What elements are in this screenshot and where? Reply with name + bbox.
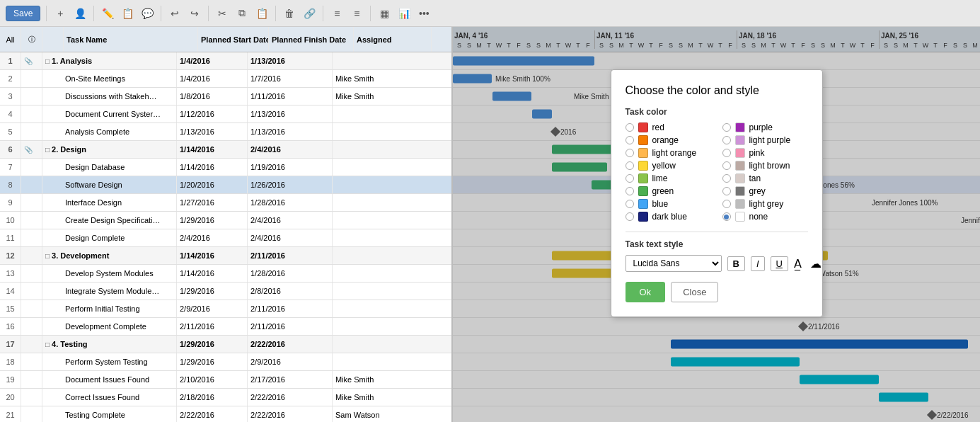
color-radio[interactable] bbox=[722, 187, 731, 195]
color-radio[interactable] bbox=[722, 123, 731, 132]
color-option-light_brown[interactable]: light brown bbox=[722, 161, 808, 171]
table-row[interactable]: 15 Perform Initial Testing 2/9/2016 2/11… bbox=[0, 300, 451, 318]
row-task-name[interactable]: Correct Issues Found bbox=[42, 389, 177, 406]
table-row[interactable]: 18 Perform System Testing 1/29/2016 2/9/… bbox=[0, 353, 451, 371]
row-task-name[interactable]: Development Complete bbox=[42, 318, 177, 335]
color-radio[interactable] bbox=[626, 212, 634, 221]
row-task-name[interactable]: □2. Design bbox=[42, 141, 177, 158]
bold-button[interactable]: B bbox=[727, 256, 745, 271]
color-option-purple[interactable]: purple bbox=[722, 122, 808, 132]
row-task-name[interactable]: Perform System Testing bbox=[42, 353, 177, 370]
color-radio[interactable] bbox=[722, 149, 731, 157]
color-option-dark_blue[interactable]: dark blue bbox=[626, 212, 711, 222]
row-task-name[interactable]: Analysis Complete bbox=[42, 123, 177, 140]
table-row[interactable]: 17 □4. Testing 1/29/2016 2/22/2016 bbox=[0, 336, 451, 353]
color-option-red[interactable]: red bbox=[626, 122, 711, 132]
highlight-icon[interactable]: ☁ bbox=[810, 257, 822, 270]
table-row[interactable]: 1 📎 □1. Analysis 1/4/2016 1/13/2016 bbox=[0, 52, 451, 70]
close-button[interactable]: Close bbox=[671, 282, 718, 302]
list-icon[interactable]: ≡ bbox=[329, 6, 345, 21]
delete-icon[interactable]: 🗑 bbox=[282, 6, 297, 21]
color-option-none[interactable]: none bbox=[722, 212, 808, 222]
copy-icon[interactable]: ⧉ bbox=[234, 6, 250, 21]
text-color-icon[interactable]: A̲ bbox=[794, 257, 802, 270]
undo-icon[interactable]: ↩ bbox=[167, 6, 183, 21]
comment-icon[interactable]: 💬 bbox=[139, 6, 155, 21]
link-icon[interactable]: 🔗 bbox=[301, 6, 317, 21]
row-task-name[interactable]: Design Database bbox=[42, 159, 177, 176]
ok-button[interactable]: Ok bbox=[626, 282, 666, 302]
cut-icon[interactable]: ✂ bbox=[214, 6, 230, 21]
table-row[interactable]: 5 Analysis Complete 1/13/2016 1/13/2016 bbox=[0, 123, 451, 141]
color-radio[interactable] bbox=[722, 136, 731, 144]
row-task-name[interactable]: Discussions with Stakeh… bbox=[42, 88, 177, 105]
row-task-name[interactable]: □3. Development bbox=[42, 247, 177, 264]
table-row[interactable]: 13 Develop System Modules 1/14/2016 1/28… bbox=[0, 265, 451, 283]
table-row[interactable]: 19 Document Issues Found 2/10/2016 2/17/… bbox=[0, 371, 451, 389]
table-row[interactable]: 3 Discussions with Stakeh… 1/8/2016 1/11… bbox=[0, 88, 451, 106]
color-radio[interactable] bbox=[626, 174, 634, 183]
row-task-name[interactable]: Integrate System Module… bbox=[42, 283, 177, 300]
color-radio[interactable] bbox=[722, 174, 731, 183]
table-row[interactable]: 12 □3. Development 1/14/2016 2/11/2016 bbox=[0, 247, 451, 265]
row-task-name[interactable]: On-Site Meetings bbox=[42, 70, 177, 87]
row-task-name[interactable]: Document Issues Found bbox=[42, 371, 177, 388]
table-row[interactable]: 20 Correct Issues Found 2/18/2016 2/22/2… bbox=[0, 389, 451, 406]
table-row[interactable]: 8 Software Design 1/20/2016 1/26/2016 bbox=[0, 176, 451, 194]
row-task-name[interactable]: Software Design bbox=[42, 176, 177, 193]
color-option-lime[interactable]: lime bbox=[626, 173, 711, 183]
color-option-blue[interactable]: blue bbox=[626, 199, 711, 209]
color-option-yellow[interactable]: yellow bbox=[626, 161, 711, 171]
table-row[interactable]: 6 📎 □2. Design 1/14/2016 2/4/2016 bbox=[0, 141, 451, 159]
header-all[interactable]: All bbox=[0, 27, 21, 52]
table-row[interactable]: 11 Design Complete 2/4/2016 2/4/2016 bbox=[0, 229, 451, 247]
redo-icon[interactable]: ↪ bbox=[187, 6, 202, 21]
table-row[interactable]: 4 Document Current Syster… 1/12/2016 1/1… bbox=[0, 106, 451, 123]
more-icon[interactable]: ••• bbox=[416, 6, 432, 21]
color-option-tan[interactable]: tan bbox=[722, 173, 808, 183]
chart-icon[interactable]: 📊 bbox=[396, 6, 412, 21]
color-radio[interactable] bbox=[722, 200, 731, 208]
grid-icon[interactable]: ▦ bbox=[376, 6, 392, 21]
table-row[interactable]: 7 Design Database 1/14/2016 1/19/2016 bbox=[0, 159, 451, 176]
color-option-light_grey[interactable]: light grey bbox=[722, 199, 808, 209]
table-row[interactable]: 21 Testing Complete 2/22/2016 2/22/2016 … bbox=[0, 406, 451, 422]
row-task-name[interactable]: Create Design Specificati… bbox=[42, 212, 177, 229]
color-radio[interactable] bbox=[626, 161, 634, 170]
user-icon[interactable]: 👤 bbox=[72, 6, 88, 21]
color-option-pink[interactable]: pink bbox=[722, 148, 808, 158]
row-task-name[interactable]: Develop System Modules bbox=[42, 265, 177, 282]
row-task-name[interactable]: □4. Testing bbox=[42, 336, 177, 353]
save-button[interactable]: Save bbox=[6, 6, 40, 21]
color-option-light_orange[interactable]: light orange bbox=[626, 148, 711, 158]
indent-icon[interactable]: ≡ bbox=[349, 6, 364, 21]
color-option-orange[interactable]: orange bbox=[626, 135, 711, 145]
table-row[interactable]: 16 Development Complete 2/11/2016 2/11/2… bbox=[0, 318, 451, 336]
color-option-grey[interactable]: grey bbox=[722, 186, 808, 196]
row-task-name[interactable]: Design Complete bbox=[42, 229, 177, 246]
note-icon[interactable]: 📋 bbox=[120, 6, 135, 21]
row-task-name[interactable]: Testing Complete bbox=[42, 406, 177, 422]
paste-icon[interactable]: 📋 bbox=[254, 6, 270, 21]
pencil-icon[interactable]: ✏️ bbox=[100, 6, 115, 21]
color-radio[interactable] bbox=[626, 200, 634, 208]
underline-button[interactable]: U bbox=[771, 256, 788, 271]
table-row[interactable]: 10 Create Design Specificati… 1/29/2016 … bbox=[0, 212, 451, 229]
color-radio[interactable] bbox=[722, 212, 731, 221]
color-option-light_purple[interactable]: light purple bbox=[722, 135, 808, 145]
row-task-name[interactable]: Perform Initial Testing bbox=[42, 300, 177, 317]
color-radio[interactable] bbox=[626, 123, 634, 132]
italic-button[interactable]: I bbox=[751, 256, 765, 271]
color-radio[interactable] bbox=[626, 187, 634, 195]
table-row[interactable]: 2 On-Site Meetings 1/4/2016 1/7/2016 Mik… bbox=[0, 70, 451, 88]
table-row[interactable]: 9 Interface Design 1/27/2016 1/28/2016 bbox=[0, 194, 451, 212]
row-task-name[interactable]: □1. Analysis bbox=[42, 52, 177, 69]
font-select[interactable]: Lucida SansArialTimes New RomanCourier bbox=[626, 255, 722, 272]
row-task-name[interactable]: Interface Design bbox=[42, 194, 177, 211]
table-row[interactable]: 14 Integrate System Module… 1/29/2016 2/… bbox=[0, 283, 451, 300]
color-radio[interactable] bbox=[626, 136, 634, 144]
add-icon[interactable]: + bbox=[52, 6, 68, 21]
color-radio[interactable] bbox=[626, 149, 634, 157]
color-option-green[interactable]: green bbox=[626, 186, 711, 196]
color-radio[interactable] bbox=[722, 161, 731, 170]
